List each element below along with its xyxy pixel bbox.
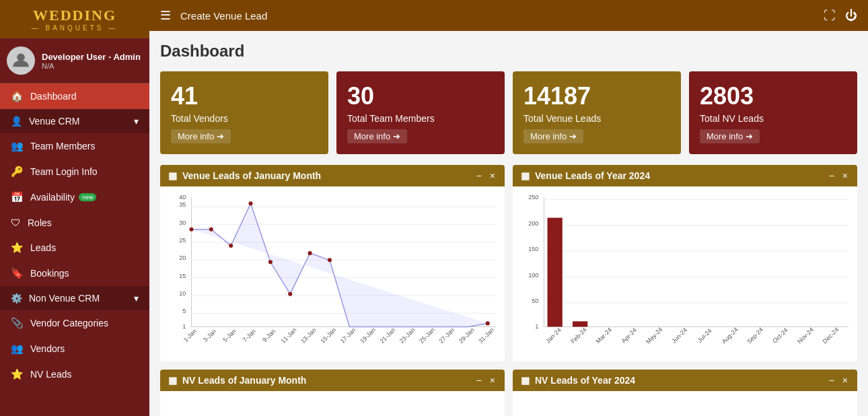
close-button[interactable]: × <box>489 170 497 181</box>
chart-header-nv-jan: ▦ NV Leads of January Month − × <box>160 370 505 391</box>
chart-title-left-year: ▦ Venue Leads of Year 2024 <box>521 170 650 181</box>
svg-text:Mar-24: Mar-24 <box>595 326 613 345</box>
sidebar-item-vendors[interactable]: 👥 Vendors <box>0 336 149 361</box>
minimize-button-year[interactable]: − <box>828 170 836 181</box>
svg-text:20: 20 <box>179 254 186 261</box>
minimize-button[interactable]: − <box>475 170 483 181</box>
sidebar-item-label: Availability <box>30 192 75 203</box>
user-name: Developer User - Admin <box>42 52 141 62</box>
sidebar-item-label: Roles <box>28 217 52 228</box>
sidebar-item-label: Leads <box>30 242 56 253</box>
stat-label-vendors: Total Vendors <box>171 113 318 124</box>
group-icon: 👥 <box>11 343 24 355</box>
minimize-nv-year-button[interactable]: − <box>828 375 836 386</box>
svg-point-27 <box>486 321 490 325</box>
sidebar-item-venue-crm[interactable]: 👤 Venue CRM ▾ <box>0 109 149 133</box>
paperclip-icon: 📎 <box>11 317 24 329</box>
stat-card-team-members: 30 Total Team Members More info ➔ <box>336 71 505 154</box>
sidebar-item-team-members[interactable]: 👥 Team Members <box>0 133 149 159</box>
sidebar-item-vendor-categories[interactable]: 📎 Vendor Categories <box>0 310 149 336</box>
stat-cards: 41 Total Vendors More info ➔ 30 Total Te… <box>160 71 857 154</box>
svg-text:Dec-24: Dec-24 <box>822 326 840 345</box>
grid-icon: ⚙️ <box>11 293 22 304</box>
chart-title-nv-year-left: ▦ NV Leads of Year 2024 <box>521 375 635 386</box>
chart-title-left: ▦ Venue Leads of January Month <box>168 170 321 181</box>
user-icon: 👤 <box>11 116 22 127</box>
chart-row-2: ▦ NV Leads of January Month − × ▦ NV Lea… <box>160 370 857 416</box>
svg-text:23-Jan: 23-Jan <box>398 326 417 345</box>
chart-controls-nv-jan: − × <box>475 375 497 386</box>
table-icon2: ▦ <box>521 170 530 181</box>
stat-card-nv-leads: 2803 Total NV Leads More info ➔ <box>689 71 857 154</box>
more-info-venue-leads-button[interactable]: More info ➔ <box>523 129 583 143</box>
stat-card-venue-leads: 14187 Total Venue Leads More info ➔ <box>513 71 681 154</box>
sidebar-item-non-venue-crm[interactable]: ⚙️ Non Venue CRM ▾ <box>0 286 149 310</box>
svg-text:21-Jan: 21-Jan <box>379 326 397 345</box>
chevron-down-icon: ▾ <box>134 116 139 127</box>
svg-point-26 <box>328 258 332 262</box>
svg-text:200: 200 <box>528 220 538 227</box>
more-info-nv-leads-button[interactable]: More info ➔ <box>700 129 760 143</box>
minimize-nv-jan-button[interactable]: − <box>475 375 483 386</box>
sidebar-item-label: Venue CRM <box>29 116 79 127</box>
chart-title-venue-year: Venue Leads of Year 2024 <box>535 170 650 181</box>
close-button-year[interactable]: × <box>841 170 849 181</box>
user-role: N/A <box>42 62 141 70</box>
svg-text:7-Jan: 7-Jan <box>242 328 257 343</box>
svg-point-21 <box>229 244 233 248</box>
stat-number-venue-leads: 14187 <box>523 82 670 110</box>
svg-text:1: 1 <box>535 323 538 330</box>
sidebar: WEDDING — BANQUETS — Developer User - Ad… <box>0 0 149 416</box>
svg-text:25-Jan: 25-Jan <box>418 326 436 345</box>
svg-text:250: 250 <box>528 194 538 201</box>
svg-text:15: 15 <box>179 273 186 279</box>
sidebar-item-bookings[interactable]: 🔖 Bookings <box>0 261 149 286</box>
sidebar-item-label: Dashboard <box>30 91 77 102</box>
sidebar-item-label: Bookings <box>30 268 69 279</box>
page-title: Dashboard <box>160 42 857 61</box>
svg-text:25: 25 <box>179 237 186 244</box>
sidebar-item-label: Vendor Categories <box>30 318 108 328</box>
new-badge: new <box>79 193 97 201</box>
chart-title-venue-jan: Venue Leads of January Month <box>182 170 321 181</box>
user-info: Developer User - Admin N/A <box>42 52 141 70</box>
sidebar-item-leads[interactable]: ⭐ Leads <box>0 235 149 261</box>
svg-text:100: 100 <box>528 272 538 279</box>
sidebar-item-availability[interactable]: 📅 Availability new <box>0 184 149 210</box>
sidebar-item-label: NV Leads <box>30 369 71 380</box>
svg-point-22 <box>248 201 252 205</box>
close-nv-jan-button[interactable]: × <box>489 375 497 386</box>
close-nv-year-button[interactable]: × <box>841 375 849 386</box>
chart-controls-year: − × <box>828 170 849 181</box>
sidebar-item-dashboard[interactable]: 🏠 Dashboard <box>0 83 149 109</box>
sidebar-item-team-login-info[interactable]: 🔑 Team Login Info <box>0 159 149 184</box>
svg-rect-57 <box>548 217 563 326</box>
svg-text:5: 5 <box>182 308 186 314</box>
svg-text:15-Jan: 15-Jan <box>319 326 337 345</box>
svg-text:19-Jan: 19-Jan <box>359 326 377 345</box>
chart-panel-nv-year: ▦ NV Leads of Year 2024 − × <box>513 370 857 416</box>
chart-row-1: ▦ Venue Leads of January Month − × 1 <box>160 165 857 361</box>
svg-text:10: 10 <box>179 290 186 297</box>
logo-sub: — BANQUETS — <box>0 24 149 32</box>
svg-text:Jan-24: Jan-24 <box>544 326 563 345</box>
svg-point-20 <box>209 228 213 232</box>
menu-toggle-button[interactable]: ☰ <box>160 8 171 23</box>
more-info-vendors-button[interactable]: More info ➔ <box>171 129 231 143</box>
sidebar-item-roles[interactable]: 🛡 Roles <box>0 210 149 235</box>
svg-text:50: 50 <box>532 298 538 304</box>
home-icon: 🏠 <box>11 90 24 102</box>
chart-title-nv-jan: NV Leads of January Month <box>182 375 306 386</box>
sidebar-item-nv-leads[interactable]: ⭐ NV Leads <box>0 361 149 387</box>
power-button[interactable]: ⏻ <box>845 9 857 23</box>
logo-main: WEDDING <box>0 7 149 24</box>
chart-title-nv-jan-left: ▦ NV Leads of January Month <box>168 375 306 386</box>
stat-label-nv-leads: Total NV Leads <box>700 113 846 124</box>
svg-point-0 <box>17 54 25 62</box>
svg-text:27-Jan: 27-Jan <box>438 326 456 345</box>
more-info-team-button[interactable]: More info ➔ <box>347 129 407 143</box>
svg-text:31-Jan: 31-Jan <box>477 326 495 345</box>
svg-text:Apr-24: Apr-24 <box>620 326 638 344</box>
fullscreen-button[interactable]: ⛶ <box>824 9 836 23</box>
svg-text:35: 35 <box>179 201 186 208</box>
